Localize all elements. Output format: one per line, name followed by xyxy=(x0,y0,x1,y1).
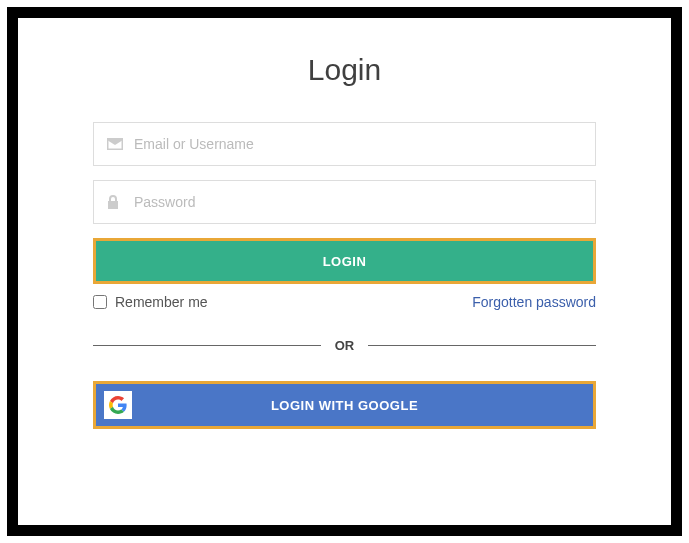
login-button-highlight: LOGIN xyxy=(93,238,596,284)
divider-line-right xyxy=(368,345,596,346)
divider-line-left xyxy=(93,345,321,346)
username-field-wrap xyxy=(93,122,596,166)
or-divider: OR xyxy=(93,338,596,353)
login-with-google-button[interactable]: LOGIN WITH GOOGLE xyxy=(96,384,593,426)
forgotten-password-link[interactable]: Forgotten password xyxy=(472,294,596,310)
google-button-highlight: LOGIN WITH GOOGLE xyxy=(93,381,596,429)
remember-row: Remember me Forgotten password xyxy=(93,294,596,310)
envelope-icon xyxy=(107,138,123,150)
login-button[interactable]: LOGIN xyxy=(96,241,593,281)
username-input[interactable] xyxy=(93,122,596,166)
google-icon xyxy=(104,391,132,419)
remember-me-label[interactable]: Remember me xyxy=(93,294,208,310)
login-panel: Login LOGIN Remember me Forgotten passwo… xyxy=(7,7,682,536)
remember-me-text: Remember me xyxy=(115,294,208,310)
page-title: Login xyxy=(93,53,596,87)
lock-icon xyxy=(107,195,119,209)
divider-text: OR xyxy=(321,338,369,353)
password-field-wrap xyxy=(93,180,596,224)
password-input[interactable] xyxy=(93,180,596,224)
remember-me-checkbox[interactable] xyxy=(93,295,107,309)
google-button-label: LOGIN WITH GOOGLE xyxy=(271,398,418,413)
